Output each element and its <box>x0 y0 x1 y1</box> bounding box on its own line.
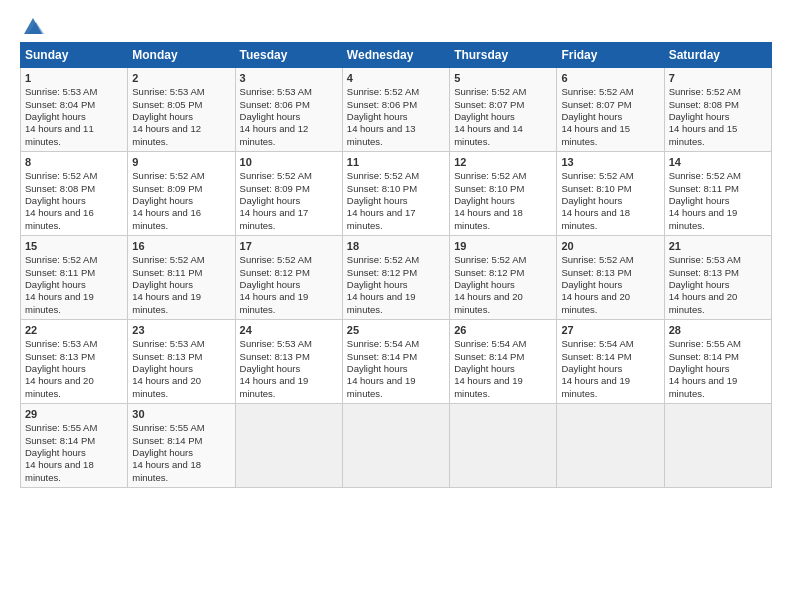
daylight-label: Daylight hours <box>561 195 622 206</box>
daylight-label: Daylight hours <box>240 111 301 122</box>
calendar-cell: 18 Sunrise: 5:52 AM Sunset: 8:12 PM Dayl… <box>342 236 449 320</box>
daylight-label: Daylight hours <box>454 195 515 206</box>
daylight-label: Daylight hours <box>669 111 730 122</box>
calendar-cell <box>342 404 449 488</box>
daylight-hours: 14 hours and 19 minutes. <box>454 375 523 398</box>
sunrise-label: Sunrise: 5:52 AM <box>25 170 97 181</box>
sunrise-label: Sunrise: 5:52 AM <box>454 170 526 181</box>
calendar-cell: 7 Sunrise: 5:52 AM Sunset: 8:08 PM Dayli… <box>664 68 771 152</box>
day-number: 2 <box>132 71 230 85</box>
sunset-label: Sunset: 8:09 PM <box>240 183 310 194</box>
sunrise-label: Sunrise: 5:53 AM <box>132 338 204 349</box>
sunset-label: Sunset: 8:11 PM <box>669 183 739 194</box>
calendar-cell: 26 Sunrise: 5:54 AM Sunset: 8:14 PM Dayl… <box>450 320 557 404</box>
daylight-label: Daylight hours <box>561 111 622 122</box>
sunset-label: Sunset: 8:14 PM <box>561 351 631 362</box>
sunset-label: Sunset: 8:07 PM <box>561 99 631 110</box>
day-header-saturday: Saturday <box>664 43 771 68</box>
daylight-label: Daylight hours <box>132 111 193 122</box>
sunrise-label: Sunrise: 5:55 AM <box>25 422 97 433</box>
sunrise-label: Sunrise: 5:52 AM <box>347 170 419 181</box>
day-number: 3 <box>240 71 338 85</box>
daylight-label: Daylight hours <box>25 279 86 290</box>
day-header-wednesday: Wednesday <box>342 43 449 68</box>
calendar-cell: 28 Sunrise: 5:55 AM Sunset: 8:14 PM Dayl… <box>664 320 771 404</box>
calendar-cell: 6 Sunrise: 5:52 AM Sunset: 8:07 PM Dayli… <box>557 68 664 152</box>
daylight-hours: 14 hours and 16 minutes. <box>25 207 94 230</box>
calendar-cell: 17 Sunrise: 5:52 AM Sunset: 8:12 PM Dayl… <box>235 236 342 320</box>
daylight-hours: 14 hours and 11 minutes. <box>25 123 94 146</box>
calendar-cell <box>235 404 342 488</box>
day-number: 5 <box>454 71 552 85</box>
sunset-label: Sunset: 8:11 PM <box>132 267 202 278</box>
sunrise-label: Sunrise: 5:52 AM <box>669 170 741 181</box>
day-number: 27 <box>561 323 659 337</box>
day-number: 14 <box>669 155 767 169</box>
daylight-hours: 14 hours and 20 minutes. <box>669 291 738 314</box>
sunset-label: Sunset: 8:13 PM <box>240 351 310 362</box>
day-header-tuesday: Tuesday <box>235 43 342 68</box>
sunrise-label: Sunrise: 5:52 AM <box>132 254 204 265</box>
sunrise-label: Sunrise: 5:52 AM <box>669 86 741 97</box>
sunset-label: Sunset: 8:12 PM <box>240 267 310 278</box>
sunset-label: Sunset: 8:13 PM <box>561 267 631 278</box>
daylight-label: Daylight hours <box>25 363 86 374</box>
sunrise-label: Sunrise: 5:54 AM <box>347 338 419 349</box>
calendar-cell <box>557 404 664 488</box>
sunrise-label: Sunrise: 5:52 AM <box>240 170 312 181</box>
daylight-label: Daylight hours <box>347 279 408 290</box>
daylight-label: Daylight hours <box>132 447 193 458</box>
calendar-cell: 1 Sunrise: 5:53 AM Sunset: 8:04 PM Dayli… <box>21 68 128 152</box>
calendar-week-row: 29 Sunrise: 5:55 AM Sunset: 8:14 PM Dayl… <box>21 404 772 488</box>
sunset-label: Sunset: 8:13 PM <box>132 351 202 362</box>
calendar-cell: 8 Sunrise: 5:52 AM Sunset: 8:08 PM Dayli… <box>21 152 128 236</box>
sunset-label: Sunset: 8:08 PM <box>25 183 95 194</box>
calendar-week-row: 8 Sunrise: 5:52 AM Sunset: 8:08 PM Dayli… <box>21 152 772 236</box>
daylight-label: Daylight hours <box>669 279 730 290</box>
sunset-label: Sunset: 8:09 PM <box>132 183 202 194</box>
day-number: 15 <box>25 239 123 253</box>
daylight-hours: 14 hours and 16 minutes. <box>132 207 201 230</box>
sunrise-label: Sunrise: 5:52 AM <box>454 254 526 265</box>
sunset-label: Sunset: 8:12 PM <box>347 267 417 278</box>
daylight-hours: 14 hours and 19 minutes. <box>132 291 201 314</box>
sunrise-label: Sunrise: 5:52 AM <box>347 86 419 97</box>
daylight-hours: 14 hours and 17 minutes. <box>240 207 309 230</box>
daylight-hours: 14 hours and 12 minutes. <box>132 123 201 146</box>
day-number: 19 <box>454 239 552 253</box>
calendar-cell: 2 Sunrise: 5:53 AM Sunset: 8:05 PM Dayli… <box>128 68 235 152</box>
sunrise-label: Sunrise: 5:52 AM <box>347 254 419 265</box>
sunrise-label: Sunrise: 5:52 AM <box>561 170 633 181</box>
sunset-label: Sunset: 8:11 PM <box>25 267 95 278</box>
sunset-label: Sunset: 8:14 PM <box>669 351 739 362</box>
logo <box>20 16 44 34</box>
day-number: 29 <box>25 407 123 421</box>
daylight-hours: 14 hours and 19 minutes. <box>25 291 94 314</box>
calendar-cell: 16 Sunrise: 5:52 AM Sunset: 8:11 PM Dayl… <box>128 236 235 320</box>
sunrise-label: Sunrise: 5:52 AM <box>132 170 204 181</box>
sunrise-label: Sunrise: 5:52 AM <box>454 86 526 97</box>
daylight-label: Daylight hours <box>347 111 408 122</box>
day-header-friday: Friday <box>557 43 664 68</box>
daylight-hours: 14 hours and 20 minutes. <box>454 291 523 314</box>
sunset-label: Sunset: 8:14 PM <box>132 435 202 446</box>
daylight-label: Daylight hours <box>240 279 301 290</box>
daylight-hours: 14 hours and 18 minutes. <box>561 207 630 230</box>
daylight-hours: 14 hours and 17 minutes. <box>347 207 416 230</box>
calendar-cell: 21 Sunrise: 5:53 AM Sunset: 8:13 PM Dayl… <box>664 236 771 320</box>
sunset-label: Sunset: 8:05 PM <box>132 99 202 110</box>
sunrise-label: Sunrise: 5:54 AM <box>561 338 633 349</box>
day-number: 13 <box>561 155 659 169</box>
daylight-label: Daylight hours <box>454 363 515 374</box>
daylight-label: Daylight hours <box>240 195 301 206</box>
day-number: 8 <box>25 155 123 169</box>
calendar-week-row: 15 Sunrise: 5:52 AM Sunset: 8:11 PM Dayl… <box>21 236 772 320</box>
calendar-week-row: 1 Sunrise: 5:53 AM Sunset: 8:04 PM Dayli… <box>21 68 772 152</box>
calendar-cell <box>450 404 557 488</box>
day-header-thursday: Thursday <box>450 43 557 68</box>
day-number: 6 <box>561 71 659 85</box>
daylight-hours: 14 hours and 19 minutes. <box>240 291 309 314</box>
sunset-label: Sunset: 8:10 PM <box>561 183 631 194</box>
sunrise-label: Sunrise: 5:52 AM <box>561 86 633 97</box>
day-number: 28 <box>669 323 767 337</box>
